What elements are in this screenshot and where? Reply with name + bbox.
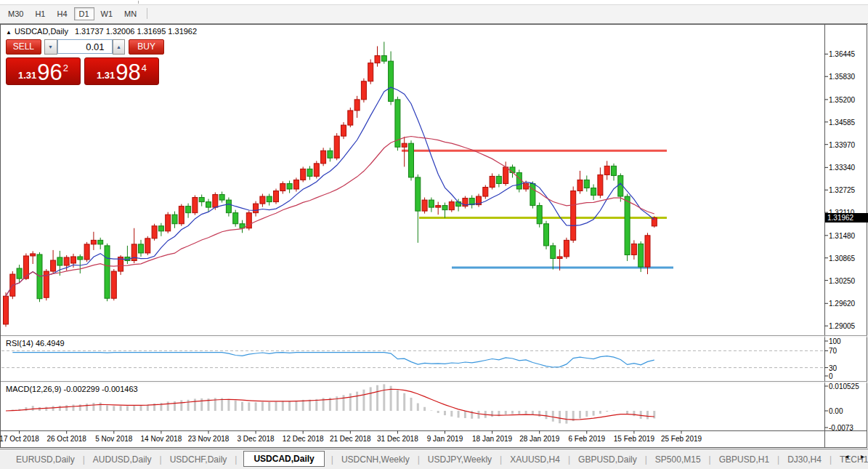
axis-label: 0.00: [829, 407, 843, 415]
axis-label: 0: [829, 372, 833, 380]
tab-dj30-h4[interactable]: DJ30,H4: [786, 452, 823, 467]
date-label: 5 Nov 2018: [95, 435, 132, 443]
tab-usdcad-daily[interactable]: USDCAD,Daily: [243, 451, 324, 467]
axis-label: 1.30865: [829, 254, 855, 262]
tab-separator: |: [83, 454, 85, 465]
date-label: 18 Jan 2019: [472, 435, 512, 443]
tab-separator: |: [645, 454, 647, 465]
buy-price-big-digits: 98: [115, 63, 140, 83]
date-label: 31 Dec 2018: [377, 435, 418, 443]
tab-scroll-left-icon[interactable]: ◂: [845, 452, 848, 460]
date-label: 26 Oct 2018: [46, 435, 86, 443]
axis-label: 100: [829, 337, 841, 345]
axis-label: 1.30250: [829, 277, 855, 285]
axis-label: 1.32725: [829, 186, 855, 194]
tab-separator: |: [709, 454, 711, 465]
tab-xauusd-h4[interactable]: XAUUSD,H4: [508, 452, 561, 467]
volume-increment-button[interactable]: ▲: [113, 39, 126, 55]
sell-price-big-digits: 96: [37, 63, 62, 83]
date-label: 28 Jan 2019: [519, 435, 559, 443]
chart-symbol-label: USDCAD,Daily: [15, 27, 68, 36]
date-label: 15 Feb 2019: [614, 435, 654, 443]
date-label: 14 Nov 2018: [141, 435, 182, 443]
tab-audusd-daily[interactable]: AUDUSD,Daily: [92, 452, 153, 467]
sell-button[interactable]: SELL: [6, 39, 41, 55]
sell-price-box[interactable]: 1.31 96 2: [6, 57, 81, 85]
tab-sp500-m15[interactable]: SP500,M15: [654, 452, 702, 467]
tab-usdcnh-weekly[interactable]: USDCNH,Weekly: [340, 452, 411, 467]
axis-label: 1.29620: [829, 300, 855, 308]
tab-separator: |: [418, 454, 420, 465]
tab-separator: |: [830, 454, 832, 465]
date-label: 21 Dec 2018: [330, 435, 371, 443]
buy-price-prefix: 1.31: [97, 70, 115, 81]
tab-separator: |: [331, 454, 333, 465]
date-label: 17 Oct 2018: [0, 435, 39, 443]
sell-price-prefix: 1.31: [18, 70, 36, 81]
volume-input[interactable]: [57, 39, 113, 54]
rsi-label: RSI(14) 46.4949: [6, 339, 65, 348]
axis-label: 1.33970: [829, 141, 855, 149]
date-label: 3 Dec 2018: [238, 435, 275, 443]
axis-label: 0.010525: [829, 382, 859, 390]
axis-label: 1.36445: [829, 50, 855, 58]
date-label: 6 Feb 2019: [568, 435, 605, 443]
buy-price-pip-digit: 4: [142, 63, 147, 73]
collapse-triangle-icon: ▲: [6, 29, 12, 36]
date-label: 12 Dec 2018: [283, 435, 324, 443]
tab-separator: |: [777, 454, 779, 465]
tab-eurusd-daily[interactable]: EURUSD,Daily: [15, 452, 76, 467]
tab-gbpusd-h1[interactable]: GBPUSD,H1: [718, 452, 771, 467]
axis-label: 30: [829, 364, 837, 372]
tab-gbpusd-daily[interactable]: GBPUSD,Daily: [577, 452, 638, 467]
axis-label: 1.29005: [829, 322, 855, 330]
macd-label: MACD(12,26,9) -0.002299 -0.001463: [6, 385, 138, 393]
axis-label: 1.34585: [829, 119, 855, 127]
axis-label: 1.35200: [829, 96, 855, 104]
tab-usdjpy-weekly[interactable]: USDJPY,Weekly: [426, 452, 493, 467]
tab-usdchf-daily[interactable]: USDCHF,Daily: [169, 452, 229, 467]
axis-label: 70: [829, 347, 837, 355]
axis-label: -0.0073: [829, 424, 853, 432]
axis-label: 1.35830: [829, 73, 855, 81]
symbol-tab-bar: EURUSD,Daily|AUDUSD,Daily|USDCHF,Daily|U…: [0, 449, 868, 469]
tab-scroll-arrows: ◂ ▸: [835, 452, 864, 460]
chart-title: ▲USDCAD,Daily1.31737 1.32006 1.31695 1.3…: [6, 27, 197, 36]
tab-separator: |: [160, 454, 162, 465]
date-label: 9 Jan 2019: [427, 435, 463, 443]
current-price-tag: 1.31962: [825, 213, 868, 223]
chart-ohlc-values: 1.31737 1.32006 1.31695 1.31962: [75, 27, 197, 36]
tab-separator: |: [568, 454, 570, 465]
date-label: 25 Feb 2019: [661, 435, 702, 443]
date-label: 23 Nov 2018: [188, 435, 230, 443]
axis-label: 1.33340: [829, 164, 855, 172]
buy-price-box[interactable]: 1.31 98 4: [84, 57, 159, 85]
one-click-trade-panel: SELL ▼ ▲ BUY 1.31 96 2 1.31 98 4: [6, 39, 164, 85]
buy-button[interactable]: BUY: [129, 39, 164, 55]
axis-label: 1.31480: [829, 232, 855, 240]
tab-separator: |: [500, 454, 502, 465]
tab-separator: |: [235, 454, 237, 465]
tab-scroll-right-icon[interactable]: ▸: [861, 452, 864, 460]
volume-decrement-button[interactable]: ▼: [44, 39, 57, 55]
sell-price-pip-digit: 2: [63, 63, 68, 73]
